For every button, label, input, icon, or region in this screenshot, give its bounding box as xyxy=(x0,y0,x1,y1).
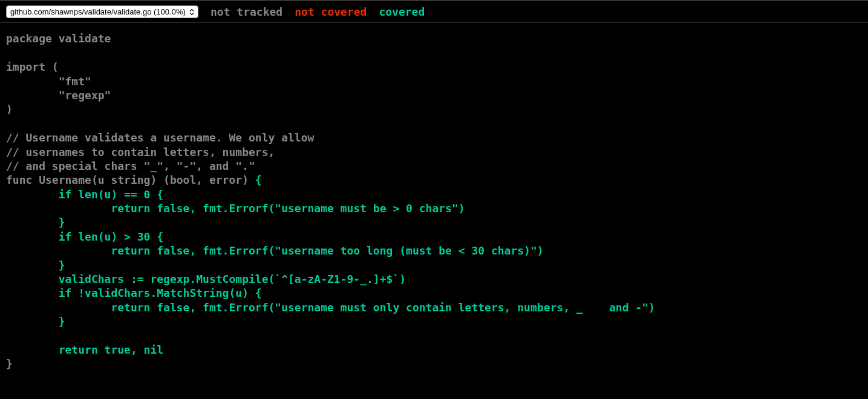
code-area: package validate import ( "fmt" "regexp"… xyxy=(0,23,868,379)
code-line: return false, fmt.Errorf("username must … xyxy=(6,202,465,215)
code-line: ) xyxy=(6,103,13,115)
code-line: if len(u) == 0 { xyxy=(6,188,163,201)
code-line: package validate xyxy=(6,32,111,45)
code-line: // usernames to contain letters, numbers… xyxy=(6,146,275,158)
code-line: return false, fmt.Errorf("username must … xyxy=(6,301,655,314)
code-line: } xyxy=(6,216,65,229)
code-line: "fmt" xyxy=(6,75,91,88)
code-line: "regexp" xyxy=(6,89,111,102)
code-line: validChars := regexp.MustCompile(`^[a-zA… xyxy=(6,273,406,285)
code-line: if !validChars.MatchString(u) { xyxy=(6,287,262,299)
coverage-toolbar: github.com/shawnps/validate/validate.go … xyxy=(0,0,868,23)
legend-covered: covered xyxy=(379,5,425,19)
code-line: } xyxy=(6,315,65,328)
legend-not-covered: not covered xyxy=(295,5,367,19)
code-line: } xyxy=(6,357,13,370)
legend-not-tracked: not tracked xyxy=(210,5,282,19)
file-select[interactable]: github.com/shawnps/validate/validate.go … xyxy=(6,5,198,18)
code-line: return true, nil xyxy=(6,343,163,356)
code-line: return false, fmt.Errorf("username too l… xyxy=(6,244,544,257)
code-line: // Username validates a username. We onl… xyxy=(6,131,314,144)
code-line: { xyxy=(255,174,262,186)
code-line: import ( xyxy=(6,60,59,73)
code-line: } xyxy=(6,259,65,271)
code-line: func Username(u string) (bool, error) xyxy=(6,174,255,186)
code-line: // and special chars "_", "-", and "." xyxy=(6,160,255,172)
code-line: if len(u) > 30 { xyxy=(6,230,163,243)
